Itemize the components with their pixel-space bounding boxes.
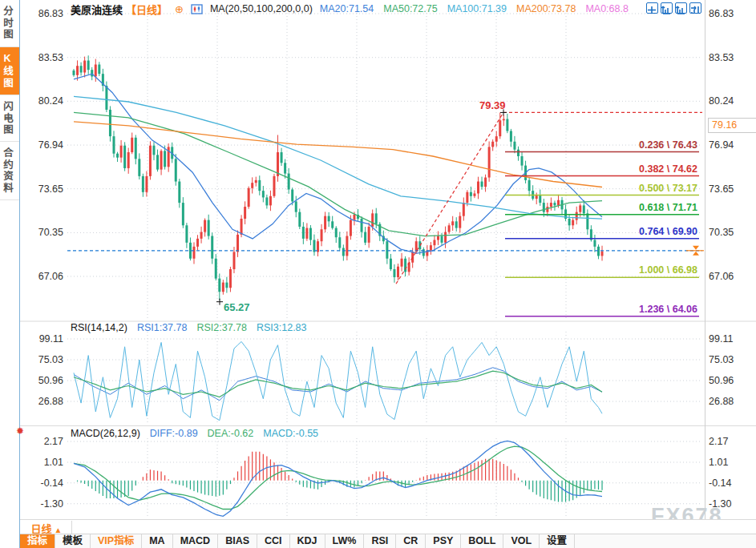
- ma-value: MA20:71.54: [320, 3, 374, 14]
- fib-label: 0.618 \ 71.71: [500, 202, 697, 214]
- candles-layer: [73, 55, 604, 300]
- rsi-value: RSI1:37.78: [137, 322, 188, 333]
- app-root: 分时图K线图闪电图合约资料 美原油连续 【日线】 ⊕ MA(20,50,100,…: [0, 0, 756, 548]
- pan-right-icon[interactable]: [689, 2, 701, 14]
- price-axis-label-left: 73.65: [22, 183, 63, 195]
- toolbar-button-CR[interactable]: CR: [396, 534, 426, 548]
- macd-dea-line: [74, 446, 602, 509]
- toolbar-button-PSY[interactable]: PSY: [426, 534, 461, 548]
- period-selector-button[interactable]: 日线▲: [22, 521, 72, 534]
- price-marker-icon: [693, 246, 699, 250]
- fib-label: 0.500 \ 73.17: [500, 183, 697, 195]
- toolbar-button-BOLL[interactable]: BOLL: [461, 534, 503, 548]
- toolbar-button-BIAS[interactable]: BIAS: [218, 534, 257, 548]
- fib-label: 0.764 \ 69.90: [500, 226, 697, 238]
- period-label[interactable]: 【日线】: [126, 2, 168, 17]
- ma-settings-label[interactable]: MA(20,50,100,200,0,0): [210, 3, 313, 14]
- rsi-line-rsi2: [74, 371, 602, 397]
- price-axis-label-right: 70.35: [709, 226, 755, 239]
- add-indicator-icon[interactable]: ⊕: [175, 4, 184, 14]
- price-axis-label-right: 76.94: [709, 139, 755, 151]
- toolbar-button-VOL[interactable]: VOL: [503, 534, 540, 548]
- axis-price-tag: 79.16: [708, 118, 756, 133]
- toolbar-button-KDJ[interactable]: KDJ: [290, 534, 325, 548]
- rsi-legend: RSI(14,14,2) RSI1:37.78RSI2:37.78RSI3:12…: [71, 322, 307, 333]
- macd-diff-line: [74, 441, 602, 516]
- axis-zoom-right-icon[interactable]: [675, 2, 687, 14]
- fib-label: 1.236 \ 64.06: [500, 304, 697, 316]
- ma-legend: MA20:71.54MA50:72.75MA100:71.39MA200:73.…: [320, 3, 629, 14]
- price-axis-label-right: 83.53: [709, 51, 755, 64]
- price-axis-label-left: 70.35: [22, 226, 63, 239]
- macd-axis-label-right: -1.30: [709, 498, 755, 510]
- rsi-axis-label-right: 26.88: [709, 395, 755, 408]
- macd-value: MACD:-0.55: [263, 428, 318, 439]
- toolbar-button-VIP指标[interactable]: VIP指标: [91, 534, 142, 548]
- sidebar-item-分时图[interactable]: 分时图: [0, 0, 19, 47]
- sidebar-item-K线图[interactable]: K线图: [0, 47, 19, 95]
- price-axis-label-left: 76.94: [22, 139, 63, 151]
- axis-zoom-left-icon[interactable]: [661, 2, 673, 14]
- macd-values: DIFF:-0.89DEA:-0.62MACD:-0.55: [150, 428, 318, 439]
- xaxis-row: 日线▲: [20, 519, 756, 534]
- macd-value: DEA:-0.62: [208, 428, 254, 439]
- swing-low-annotation: 65.27: [224, 301, 250, 313]
- toolbar-button-指标[interactable]: 指标: [20, 534, 55, 548]
- sidebar-item-闪电图[interactable]: 闪电图: [0, 95, 19, 143]
- macd-axis-label-left: 1.01: [22, 456, 63, 469]
- candlestick-chart-icon[interactable]: [191, 4, 203, 14]
- rsi-axis-label-left: 99.11: [22, 332, 63, 345]
- sidebar-item-合约资料[interactable]: 合约资料: [0, 142, 19, 200]
- fib-label: 0.236 \ 76.43: [500, 139, 697, 151]
- macd-axis-label-left: -1.30: [22, 498, 63, 510]
- chart-header: 美原油连续 【日线】 ⊕ MA(20,50,100,200,0,0) MA20:…: [71, 2, 629, 15]
- macd-legend: MACD(26,12,9) DIFF:-0.89DEA:-0.62MACD:-0…: [71, 428, 318, 439]
- fib-label: 0.382 \ 74.62: [500, 163, 697, 175]
- rsi-values: RSI1:37.78RSI2:37.78RSI3:12.83: [137, 322, 307, 333]
- price-axis-label-right: 67.06: [709, 270, 755, 283]
- toolbar-button-RSI[interactable]: RSI: [364, 534, 396, 548]
- ma-value: MA200:73.78: [516, 3, 576, 14]
- price-axis-label-left: 83.53: [22, 51, 63, 64]
- rsi-axis-label-right: 75.03: [709, 353, 755, 366]
- toolbar-button-CCI[interactable]: CCI: [257, 534, 290, 548]
- price-axis-label-left: 80.24: [22, 95, 63, 107]
- toolbar-button-MACD[interactable]: MACD: [173, 534, 219, 548]
- ma-value: MA100:71.39: [447, 3, 507, 14]
- macd-axis-label-right: 1.01: [709, 456, 755, 469]
- rsi-value: RSI3:12.83: [257, 322, 307, 333]
- trend-line: [396, 112, 503, 284]
- left-tab-strip: 分时图K线图闪电图合约资料: [0, 0, 20, 548]
- window-icons: [646, 2, 701, 14]
- ma-value: MA0:68.8: [585, 3, 629, 14]
- crosshair-grid-icon[interactable]: [646, 2, 658, 14]
- macd-value: DIFF:-0.89: [150, 428, 198, 439]
- price-axis-label-right: 80.24: [709, 95, 755, 107]
- fib-label: 1.000 \ 66.98: [500, 264, 697, 276]
- symbol-name[interactable]: 美原油连续: [71, 2, 123, 17]
- price-axis-label-left: 67.06: [22, 270, 63, 283]
- macd-axis-label-left: 2.17: [22, 435, 63, 448]
- indicator-toolbar: 指标模板VIP指标MAMACDBIASCCIKDJLW%RSICRPSYBOLL…: [20, 534, 756, 548]
- rsi-axis-label-right: 50.96: [709, 374, 755, 387]
- pane-settings-icon[interactable]: ✹: [16, 425, 24, 437]
- price-axis-label-right: 86.83: [709, 7, 755, 20]
- macd-axis-label-left: -0.14: [22, 477, 63, 490]
- macd-title[interactable]: MACD(26,12,9): [71, 428, 140, 439]
- price-axis-label-right: 73.65: [709, 183, 755, 195]
- ma-value: MA50:72.75: [383, 3, 437, 14]
- macd-axis-label-right: -0.14: [709, 477, 755, 490]
- rsi-value: RSI2:37.78: [196, 322, 247, 333]
- toolbar-button-MA[interactable]: MA: [142, 534, 172, 548]
- toolbar-button-设置[interactable]: 设置: [540, 534, 575, 548]
- macd-axis-label-right: 2.17: [709, 435, 755, 448]
- rsi-line-rsi1: [74, 368, 602, 401]
- rsi-axis-label-right: 99.11: [709, 332, 755, 345]
- rsi-title[interactable]: RSI(14,14,2): [71, 322, 127, 333]
- toolbar-button-LW%[interactable]: LW%: [325, 534, 365, 548]
- price-axis-label-left: 86.83: [22, 7, 63, 20]
- rsi-axis-label-left: 75.03: [22, 353, 63, 366]
- rsi-axis-label-left: 50.96: [22, 374, 63, 387]
- peak-price-annotation: 79.39: [479, 99, 506, 111]
- toolbar-button-模板[interactable]: 模板: [55, 534, 91, 548]
